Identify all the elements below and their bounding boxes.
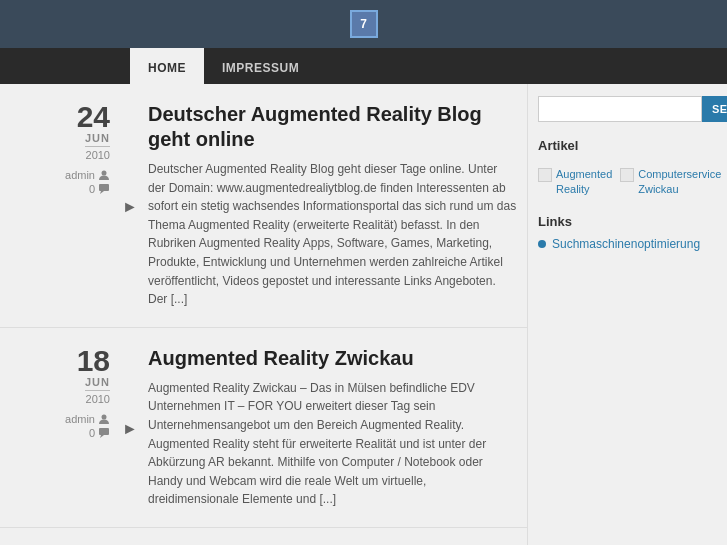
links-list: Suchmaschinenoptimierung [538, 237, 717, 251]
page-wrapper: 7 HOME IMPRESSUM 24 JUN 2010 admin [0, 0, 727, 545]
article-icon [620, 168, 634, 182]
author-name: admin [65, 413, 95, 425]
nav-impressum[interactable]: IMPRESSUM [204, 48, 317, 84]
post-excerpt: Deutscher Augmented Reality Blog geht di… [148, 160, 517, 309]
sidebar-article-item[interactable]: Augmented Reality [538, 167, 612, 198]
svg-rect-3 [99, 428, 109, 435]
post-meta: 24 JUN 2010 admin 0 [10, 102, 120, 309]
sidebar: SEARCH Artikel Augmented Reality Compute… [527, 84, 727, 545]
post-month: JUN [85, 376, 110, 391]
author-name: admin [65, 169, 95, 181]
link-bullet [538, 240, 546, 248]
post-day: 24 [77, 102, 110, 132]
author-row: admin [65, 169, 110, 181]
post-title[interactable]: Augmented Reality Zwickau [148, 346, 517, 371]
post-year: 2010 [86, 149, 110, 161]
nav-bar: HOME IMPRESSUM [0, 48, 727, 84]
post-year: 2010 [86, 393, 110, 405]
post-entry: 18 JUN 2010 admin 0 ► [0, 328, 527, 528]
svg-point-2 [102, 414, 107, 419]
post-entry: 10 JAN 2010 admin 0 ► [0, 528, 527, 545]
post-day: 18 [77, 346, 110, 376]
post-author-info: admin 0 [65, 413, 110, 439]
article-label: Computerservice Zwickau [638, 167, 721, 198]
arrow-divider: ► [120, 102, 140, 309]
arrow-divider: ► [120, 346, 140, 509]
articles-section-title: Artikel [538, 138, 717, 157]
comment-row: 0 [89, 183, 110, 195]
author-row: admin [65, 413, 110, 425]
search-button[interactable]: SEARCH [702, 96, 727, 122]
post-meta: 18 JUN 2010 admin 0 [10, 346, 120, 509]
comment-icon [98, 427, 110, 439]
post-body: Augmented Reality Zwickau Augmented Real… [140, 346, 517, 509]
post-author-info: admin 0 [65, 169, 110, 195]
user-icon [98, 413, 110, 425]
main-content: 24 JUN 2010 admin 0 ► [0, 84, 727, 545]
links-section-title: Links [538, 214, 717, 229]
link-item: Suchmaschinenoptimierung [538, 237, 717, 251]
top-bar: 7 [0, 0, 727, 48]
sidebar-articles: Augmented Reality Computerservice Zwicka… [538, 167, 717, 198]
post-title[interactable]: Deutscher Augmented Reality Blog geht on… [148, 102, 517, 152]
post-month: JUN [85, 132, 110, 147]
svg-rect-1 [99, 184, 109, 191]
search-input[interactable] [538, 96, 702, 122]
comment-count: 0 [89, 183, 95, 195]
post-entry: 24 JUN 2010 admin 0 ► [0, 84, 527, 328]
nav-home[interactable]: HOME [130, 48, 204, 84]
article-label: Augmented Reality [556, 167, 612, 198]
content-area: 24 JUN 2010 admin 0 ► [0, 84, 527, 545]
sidebar-article-item[interactable]: Computerservice Zwickau [620, 167, 721, 198]
article-icon [538, 168, 552, 182]
post-excerpt: Augmented Reality Zwickau – Das in Mülse… [148, 379, 517, 509]
search-box: SEARCH [538, 96, 717, 122]
comment-count: 0 [89, 427, 95, 439]
link-text[interactable]: Suchmaschinenoptimierung [552, 237, 700, 251]
post-body: Deutscher Augmented Reality Blog geht on… [140, 102, 517, 309]
comment-row: 0 [89, 427, 110, 439]
logo: 7 [350, 10, 378, 38]
user-icon [98, 169, 110, 181]
comment-icon [98, 183, 110, 195]
svg-point-0 [102, 171, 107, 176]
